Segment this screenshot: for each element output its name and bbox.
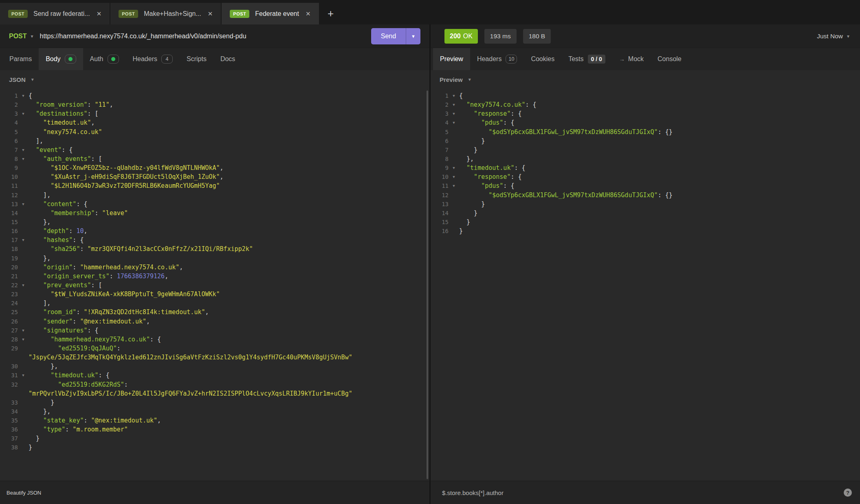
tab-close-icon[interactable]: ✕	[97, 10, 102, 18]
view-mode-select[interactable]: Preview	[440, 76, 463, 83]
send-options-caret[interactable]: ▼	[406, 28, 420, 44]
view-mode-caret-icon[interactable]: ▾	[468, 77, 471, 82]
send-button[interactable]: Send ▼	[371, 28, 420, 44]
fold-caret-icon[interactable]: ▼	[18, 200, 29, 209]
code-line: 27▼"signatures": {	[0, 326, 429, 335]
code-text: "ed25519:QqJAuQ":	[29, 344, 121, 353]
fold-caret-icon[interactable]: ▼	[449, 172, 459, 181]
fold-caret-icon[interactable]: ▼	[18, 145, 29, 154]
code-text: "timedout.uk": {	[29, 371, 110, 380]
request-footer: Beautify JSON	[0, 481, 429, 504]
line-number: 17	[0, 235, 18, 244]
tab-scripts[interactable]: Scripts	[180, 48, 213, 70]
code-text: "response": {	[459, 172, 522, 181]
fold-caret-icon[interactable]: ▼	[18, 235, 29, 244]
fold-caret-icon[interactable]: ▼	[18, 326, 29, 335]
fold-caret-icon[interactable]: ▼	[449, 181, 459, 190]
line-number: 15	[431, 218, 449, 227]
code-text: "hammerhead.nexy7574.co.uk": {	[29, 335, 161, 344]
editor-scrollbar[interactable]	[427, 90, 428, 479]
method-caret-icon[interactable]: ▾	[31, 33, 33, 39]
code-line: 21"origin_server_ts": 1766386379126,	[0, 272, 429, 281]
tab-label: Headers	[477, 55, 501, 63]
fold-spacer	[18, 209, 29, 218]
url-input[interactable]: https://hammerhead.nexy7574.co.uk/_hamme…	[40, 33, 371, 40]
response-body-viewer[interactable]: 1▼{2▼"nexy7574.co.uk": {3▼"response": {4…	[431, 89, 860, 481]
fold-caret-icon[interactable]: ▼	[449, 100, 459, 109]
tab-close-icon[interactable]: ✕	[306, 10, 311, 18]
tab-docs[interactable]: Docs	[213, 48, 242, 70]
line-number: 8	[0, 154, 18, 163]
request-pane: POST ▾ https://hammerhead.nexy7574.co.uk…	[0, 24, 431, 504]
method-badge: POST	[230, 10, 249, 18]
line-number: 9	[431, 163, 449, 172]
tab-tests[interactable]: Tests0 / 0	[561, 48, 612, 70]
fold-caret-icon[interactable]: ▼	[449, 91, 459, 100]
tab-headers[interactable]: Headers10	[470, 48, 524, 70]
method-badge: POST	[119, 10, 138, 18]
fold-caret-icon[interactable]: ▼	[18, 335, 29, 344]
line-number: 5	[0, 128, 18, 136]
tab-mock[interactable]: →Mock	[612, 48, 651, 70]
plus-icon: +	[328, 7, 334, 20]
line-number: 10	[0, 172, 18, 181]
code-line: 4▼"pdus": {	[431, 118, 860, 127]
tab-body[interactable]: Body	[39, 48, 83, 70]
green-dot-icon	[68, 57, 73, 61]
code-text: }	[29, 398, 54, 407]
fold-spacer	[18, 389, 29, 398]
fold-caret-icon[interactable]: ▼	[18, 109, 29, 118]
new-tab-button[interactable]: +	[320, 3, 342, 24]
line-number: 32	[0, 380, 18, 389]
fold-spacer	[18, 254, 29, 263]
fold-caret-icon[interactable]: ▼	[18, 371, 29, 380]
line-number: 35	[0, 416, 18, 425]
line-number: 29	[0, 344, 18, 353]
tab-label: Docs	[220, 55, 235, 63]
tab-label: Params	[9, 55, 32, 63]
code-text: }	[29, 434, 40, 443]
tab-preview[interactable]: Preview	[433, 48, 470, 70]
method-select[interactable]: POST	[9, 33, 27, 40]
code-line: 32"ed25519:d5KG2RdS":	[0, 380, 429, 389]
response-history-select[interactable]: Just Now ▾	[817, 33, 849, 40]
body-type-caret-icon[interactable]: ▾	[31, 77, 34, 82]
jsonpath-filter-input[interactable]	[442, 489, 844, 496]
tab-cookies[interactable]: Cookies	[524, 48, 561, 70]
fold-caret-icon[interactable]: ▼	[449, 163, 459, 172]
request-section-tabs: ParamsBodyAuthHeaders4ScriptsDocs	[0, 48, 429, 70]
fold-caret-icon[interactable]: ▼	[18, 91, 29, 100]
tab-close-icon[interactable]: ✕	[208, 10, 213, 18]
request-tab[interactable]: POSTFederate event✕	[222, 3, 319, 24]
line-number: 19	[0, 254, 18, 263]
response-meta-bar: 200 OK 193 ms 180 B Just Now ▾	[431, 24, 860, 48]
fold-caret-icon[interactable]: ▼	[18, 154, 29, 163]
code-line: 36"type": "m.room.member"	[0, 425, 429, 434]
code-line: 13}	[431, 200, 860, 209]
fold-caret-icon[interactable]: ▼	[18, 281, 29, 290]
request-tab[interactable]: POSTMake+Hash+Sign...✕	[110, 3, 222, 24]
tab-auth[interactable]: Auth	[83, 48, 126, 70]
request-body-editor[interactable]: 1▼{2"room_version": "11",3▼"destinations…	[0, 89, 429, 481]
code-text: "nexy7574.co.uk"	[29, 128, 102, 136]
fold-caret-icon[interactable]: ▼	[449, 109, 459, 118]
tab-console[interactable]: Console	[651, 48, 688, 70]
body-type-select[interactable]: JSON	[9, 76, 26, 83]
fold-caret-icon[interactable]: ▼	[449, 118, 459, 127]
green-dot-icon	[111, 57, 115, 61]
line-number: 15	[0, 218, 18, 227]
line-number: 4	[0, 118, 18, 127]
request-tab[interactable]: POSTSend raw federati...✕	[0, 3, 110, 24]
fold-spacer	[18, 244, 29, 253]
status-text: OK	[463, 33, 473, 40]
code-line: 10"$XuAstr_j-eH9diSqF8J6T3FGDUct5lOqXjBe…	[0, 172, 429, 181]
beautify-json-button[interactable]: Beautify JSON	[7, 490, 41, 496]
tab-headers[interactable]: Headers4	[126, 48, 180, 70]
tab-params[interactable]: Params	[2, 48, 39, 70]
code-line: 5"nexy7574.co.uk"	[0, 128, 429, 136]
code-text: "ed25519:d5KG2RdS":	[29, 380, 128, 389]
help-icon[interactable]: ?	[844, 489, 852, 497]
duration-badge: 193 ms	[484, 29, 517, 44]
fold-spacer	[18, 380, 29, 389]
send-button-label[interactable]: Send	[371, 28, 406, 44]
